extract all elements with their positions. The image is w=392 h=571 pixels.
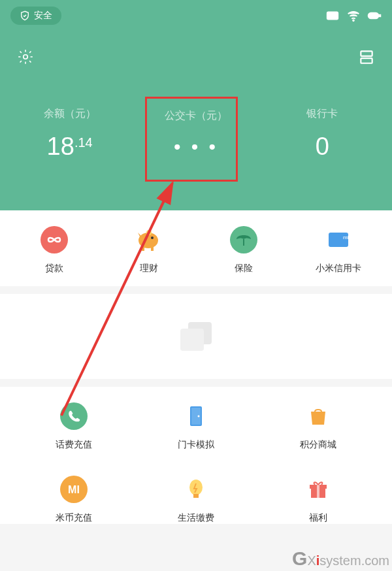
safe-label: 安全 <box>34 10 52 22</box>
svg-rect-6 <box>361 58 372 63</box>
tile-label: 米币充值 <box>13 512 135 524</box>
tile-label: 积分商城 <box>257 439 379 451</box>
feature-row-2: 话费充值 门卡模拟 积分商城 <box>0 387 392 463</box>
svg-point-20 <box>198 416 200 417</box>
tile-finance[interactable]: 理财 <box>101 226 196 274</box>
tile-label: 福利 <box>257 512 379 524</box>
bulb-icon <box>182 476 210 503</box>
balance-value: • • • <box>133 135 259 159</box>
svg-point-23 <box>189 480 203 495</box>
tile-label: 门卡模拟 <box>135 439 257 451</box>
svg-point-9 <box>151 237 154 239</box>
svg-text:mi: mi <box>343 235 349 240</box>
phone-icon <box>60 402 88 430</box>
battery-icon <box>367 8 382 23</box>
tile-loan[interactable]: 贷款 <box>7 226 101 274</box>
svg-point-4 <box>24 55 28 59</box>
shield-icon <box>20 10 30 21</box>
svg-rect-11 <box>151 247 154 251</box>
tile-label: 小米信用卡 <box>291 263 385 274</box>
svg-rect-10 <box>142 247 144 251</box>
watermark: GXisystem.com <box>292 547 389 570</box>
svg-rect-3 <box>379 15 380 17</box>
close-box-icon <box>325 8 340 23</box>
mi-icon: MI <box>60 476 88 503</box>
tile-label: 保险 <box>196 263 291 274</box>
wifi-icon <box>346 8 361 23</box>
tile-mi-recharge[interactable]: MI 米币充值 <box>13 476 135 524</box>
balance-label: 公交卡（元） <box>133 109 259 123</box>
infinity-icon <box>41 226 68 253</box>
balance-transit[interactable]: 公交卡（元） • • • <box>133 109 259 159</box>
tile-insurance[interactable]: 保险 <box>196 226 291 274</box>
tile-welfare[interactable]: 福利 <box>257 476 379 524</box>
svg-point-1 <box>353 20 354 21</box>
tile-label: 贷款 <box>7 263 101 274</box>
credit-card-icon: mi <box>325 226 352 253</box>
settings-icon[interactable] <box>17 48 34 65</box>
placeholder-icon <box>180 322 212 351</box>
safe-badge: 安全 <box>10 7 61 25</box>
svg-point-12 <box>146 230 152 235</box>
balance-label: 银行卡 <box>259 107 385 121</box>
svg-rect-27 <box>317 485 319 498</box>
tile-label: 话费充值 <box>13 439 135 451</box>
bag-icon <box>304 402 332 430</box>
tile-utility-pay[interactable]: 生活缴费 <box>135 476 257 524</box>
status-icons <box>325 8 382 23</box>
balance-value: 0 <box>259 133 385 161</box>
card-scan-icon[interactable] <box>358 48 375 65</box>
svg-point-17 <box>60 402 88 430</box>
tile-phone-recharge[interactable]: 话费充值 <box>13 402 135 451</box>
tile-credit-card[interactable]: mi 小米信用卡 <box>291 226 385 274</box>
status-bar: 安全 <box>0 0 392 31</box>
feature-row-1: 贷款 理财 保险 mi 小米信用卡 <box>0 210 392 286</box>
balance-wallet[interactable]: 余额（元） 18.14 <box>7 107 133 161</box>
balance-bank[interactable]: 银行卡 0 <box>259 107 385 161</box>
balance-label: 余额（元） <box>7 107 133 121</box>
tile-door-card[interactable]: 门卡模拟 <box>135 402 257 451</box>
svg-rect-24 <box>193 494 199 498</box>
svg-rect-5 <box>361 51 372 56</box>
feature-row-3: MI 米币充值 生活缴费 福利 <box>0 463 392 524</box>
svg-text:MI: MI <box>68 484 80 495</box>
gift-icon <box>304 476 332 503</box>
tile-points-mall[interactable]: 积分商城 <box>257 402 379 451</box>
umbrella-icon <box>230 226 257 253</box>
door-icon <box>182 402 210 430</box>
tile-label: 理财 <box>101 263 196 274</box>
tile-label: 生活缴费 <box>135 512 257 524</box>
banner-placeholder <box>0 294 392 379</box>
balance-value: 18.14 <box>7 133 133 161</box>
piggy-icon <box>135 226 163 253</box>
